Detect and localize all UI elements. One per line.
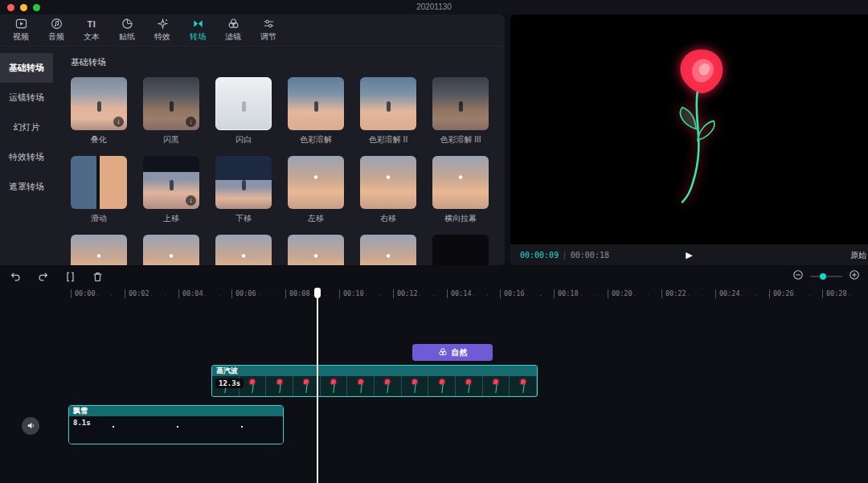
tab-transitions[interactable]: 转场: [180, 16, 215, 45]
transition-thumbnail[interactable]: [288, 77, 344, 130]
ruler-tick: 00:26: [769, 289, 794, 298]
ruler-tick: 00:24: [715, 289, 740, 298]
undo-button[interactable]: [10, 271, 22, 283]
tab-sticker[interactable]: 贴纸: [109, 16, 145, 45]
tab-audio[interactable]: 音频: [39, 16, 74, 45]
transition-thumbnail[interactable]: [360, 156, 416, 209]
effect-frame: [321, 376, 348, 396]
transition-thumbnail[interactable]: ↓: [143, 77, 199, 130]
transition-item-flash-black[interactable]: ↓ 闪黑: [143, 77, 199, 145]
time-separator: |: [563, 251, 566, 260]
zoom-in-icon[interactable]: [849, 269, 860, 284]
transition-thumbnail[interactable]: [143, 235, 199, 265]
quality-selector[interactable]: 原始: [850, 250, 866, 261]
filter-clip-label: 自然: [452, 347, 468, 358]
effect-clip-header: 蒸汽波: [212, 366, 537, 376]
transition-thumbnail[interactable]: [432, 156, 489, 209]
effect-frame: [402, 376, 429, 396]
transition-thumbnail[interactable]: [432, 77, 489, 130]
transition-item-dissolve[interactable]: ↓ 叠化: [71, 77, 127, 145]
transition-item-color-dissolve-3[interactable]: 色彩溶解 III: [432, 77, 489, 145]
tab-text[interactable]: TI 文本: [74, 16, 109, 45]
tab-filters[interactable]: 滤镜: [215, 16, 251, 45]
transition-thumbnail[interactable]: [288, 235, 344, 265]
transition-item-flash-white[interactable]: 闪白: [215, 77, 272, 145]
sidebar-item-slideshow[interactable]: 幻灯片: [0, 113, 53, 142]
transition-thumbnail[interactable]: [360, 77, 416, 130]
preview-video[interactable]: [510, 14, 868, 244]
video-clip-snow[interactable]: 飘雪 8.1s: [68, 405, 284, 444]
ruler-tick: 00:28: [822, 289, 847, 298]
transition-item-move-right[interactable]: 右移: [360, 156, 416, 224]
transition-item-color-dissolve[interactable]: 色彩溶解: [288, 77, 344, 145]
transition-item-partial[interactable]: [360, 235, 416, 265]
split-clip-button[interactable]: [64, 271, 76, 283]
transition-thumbnail[interactable]: [71, 156, 127, 209]
redo-button[interactable]: [37, 271, 49, 283]
ruler-tick: 00:20: [608, 289, 633, 298]
timeline: 00:00 00:02 00:04 00:06 00:08 00:10 00:1…: [0, 265, 868, 483]
effects-icon: [157, 18, 169, 30]
app-window: 20201130 视频 音频 TI 文: [0, 0, 868, 483]
transition-item-slide[interactable]: 滑动: [71, 156, 127, 224]
effect-frame: [347, 376, 375, 396]
transition-item-partial[interactable]: [288, 235, 344, 265]
effect-clip-duration: 12.3s: [215, 379, 244, 388]
zoom-slider-handle[interactable]: [820, 273, 826, 280]
transition-thumbnail[interactable]: [288, 156, 344, 209]
transition-thumbnail[interactable]: [215, 77, 272, 130]
ruler-tick: 00:22: [661, 289, 686, 298]
timeline-ruler[interactable]: 00:00 00:02 00:04 00:06 00:08 00:10 00:1…: [0, 288, 868, 301]
tab-adjust[interactable]: 调节: [251, 16, 286, 45]
sidebar-item-camera-transitions[interactable]: 运镜转场: [0, 83, 53, 113]
transition-item-move-down[interactable]: 下移: [215, 156, 272, 224]
download-icon: ↓: [186, 117, 196, 127]
transition-item-wipe-horizontal[interactable]: 横向拉幕: [432, 156, 489, 224]
section-title: 基础转场: [71, 56, 505, 68]
effect-clip-vaporwave[interactable]: 蒸汽波 12.3s: [211, 365, 538, 397]
filter-icon: [438, 347, 448, 358]
current-time: 00:00:09: [520, 251, 559, 260]
zoom-out-icon[interactable]: [792, 269, 804, 284]
media-library-panel: 视频 音频 TI 文本 贴纸: [0, 14, 505, 265]
transition-item-partial[interactable]: [143, 235, 199, 265]
transition-item-move-up[interactable]: ↓ 上移: [143, 156, 199, 224]
sidebar-item-effect-transitions[interactable]: 特效转场: [0, 142, 53, 172]
delete-clip-button[interactable]: [92, 271, 104, 283]
transition-thumbnail[interactable]: ↓: [143, 156, 199, 209]
transitions-icon: [192, 18, 204, 30]
sidebar-item-basic-transitions[interactable]: 基础转场: [0, 53, 53, 83]
transition-thumbnail[interactable]: ↓: [71, 77, 127, 130]
transition-item-color-dissolve-2[interactable]: 色彩溶解 II: [360, 77, 416, 145]
playhead[interactable]: [317, 288, 318, 483]
mute-track-button[interactable]: [22, 417, 39, 435]
transition-item-partial[interactable]: [71, 235, 127, 265]
filter-clip-natural[interactable]: 自然: [412, 344, 493, 361]
audio-icon: [51, 18, 63, 30]
transition-thumbnail[interactable]: [71, 235, 127, 265]
video-icon: [15, 18, 27, 30]
tab-effects[interactable]: 特效: [145, 16, 180, 45]
adjust-icon: [263, 18, 275, 30]
transition-item-partial[interactable]: [215, 235, 272, 265]
ruler-tick: 00:10: [339, 289, 364, 298]
transition-item-move-left[interactable]: 左移: [288, 156, 344, 224]
zoom-slider[interactable]: [810, 276, 842, 277]
transition-item-partial[interactable]: [432, 235, 489, 265]
tab-label: 特效: [154, 31, 170, 43]
sidebar-item-mask-transitions[interactable]: 遮罩转场: [0, 172, 53, 202]
effect-clip-frames: 12.3s: [212, 376, 537, 396]
play-button[interactable]: ▶: [686, 250, 692, 260]
transition-thumbnail[interactable]: [432, 235, 489, 265]
ruler-tick: 00:04: [178, 289, 203, 298]
transition-thumbnail[interactable]: [360, 235, 416, 265]
ruler-tick: 00:12: [393, 289, 418, 298]
transition-thumbnail[interactable]: [215, 156, 272, 209]
ruler-tick: 00:00: [71, 289, 96, 298]
total-time: 00:00:18: [571, 251, 609, 260]
tab-video[interactable]: 视频: [3, 16, 39, 45]
transition-thumbnail[interactable]: [215, 235, 272, 265]
ruler-tick: 00:14: [447, 289, 472, 298]
effect-frame: [483, 376, 510, 396]
timeline-zoom-controls: [792, 265, 860, 288]
